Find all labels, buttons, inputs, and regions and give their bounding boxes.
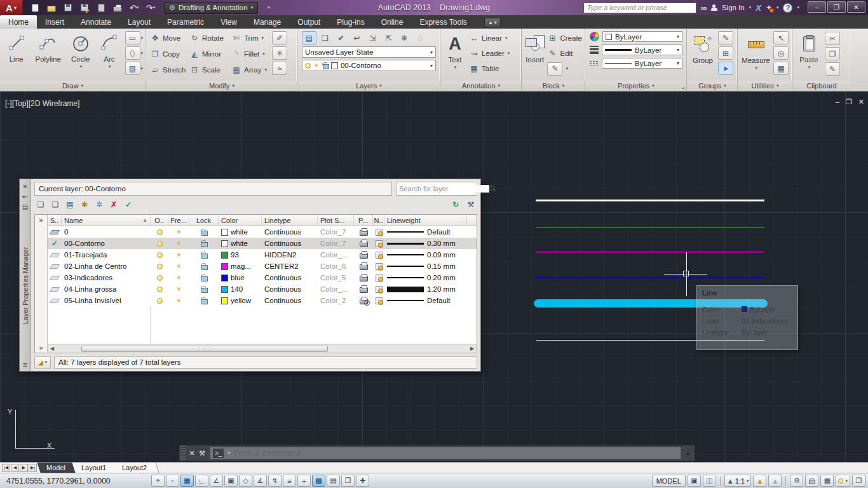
layer-off-button[interactable]: ◌ xyxy=(413,31,428,44)
layer-row-4[interactable]: 03-Indicadores ☀ blue Continuous Color_5… xyxy=(48,272,477,283)
layer-on-icon[interactable] xyxy=(157,241,163,247)
minimize-button[interactable]: – xyxy=(808,1,826,13)
tab-model[interactable]: Model xyxy=(37,463,78,473)
chevron-down-icon[interactable]: ▾ xyxy=(749,5,752,10)
scroll-right-icon[interactable]: ▶ xyxy=(468,346,477,351)
object-snap-toggle[interactable]: ▣ xyxy=(224,475,238,487)
sun-icon[interactable]: ☀ xyxy=(176,274,182,281)
panel-label-utilities[interactable]: Utilities▾ xyxy=(738,81,792,91)
panel-label-properties[interactable]: Properties▾⌟ xyxy=(586,81,686,91)
layer-row-5[interactable]: 04-Linha grossa ☀ 140 Continuous Color_.… xyxy=(48,283,477,295)
panel-label-annotation[interactable]: Annotation▾ xyxy=(441,81,521,91)
array-button[interactable]: ▦Array▾ xyxy=(231,62,268,78)
layer-on-icon[interactable] xyxy=(157,298,163,304)
dialog-launcher-icon[interactable]: ⌟ xyxy=(682,83,684,90)
polar-tracking-toggle[interactable]: ∠ xyxy=(210,475,223,487)
drawing-restore-button[interactable]: ❐ xyxy=(846,98,852,106)
layer-isolate-button[interactable]: ⇲ xyxy=(365,31,380,44)
trim-button[interactable]: ✄Trim▾ xyxy=(231,30,268,46)
table-button[interactable]: ▦Table xyxy=(469,61,510,76)
communication-center-button[interactable]: ✦ xyxy=(766,3,772,12)
linear-dimension-button[interactable]: ↔Linear▾ xyxy=(469,30,510,46)
undo-button[interactable]: ↶▾ xyxy=(128,2,140,13)
save-as-button[interactable] xyxy=(79,2,90,13)
plot-icon[interactable] xyxy=(360,230,368,236)
col-on[interactable]: O.. xyxy=(151,215,168,226)
delete-layer-button[interactable]: ✗ xyxy=(107,199,120,211)
layer-match-button[interactable]: ❏ xyxy=(318,31,332,44)
tab-manage[interactable]: Manage xyxy=(245,15,289,29)
drawing-close-button[interactable]: ✕ xyxy=(858,98,864,106)
close-button[interactable]: ✕ xyxy=(847,1,865,13)
rotate-button[interactable]: ↻Rotate xyxy=(189,30,231,46)
col-lock[interactable]: Lock xyxy=(189,215,219,226)
new-vp-freeze-icon[interactable] xyxy=(376,240,383,247)
layer-row-6[interactable]: 05-Linha Invisível ☀ yellow Continuous C… xyxy=(48,295,477,306)
chevron-down-icon[interactable]: ▾ xyxy=(797,5,799,10)
panel-label-clipboard[interactable]: Clipboard xyxy=(793,81,850,91)
palette-properties-button[interactable]: ▤ xyxy=(22,201,28,212)
redo-button[interactable]: ↷▾ xyxy=(145,2,156,13)
leader-button[interactable]: ↝Leader▾ xyxy=(469,46,510,61)
offset-button[interactable]: ≈ xyxy=(272,62,287,75)
fillet-button[interactable]: ◝Fillet▾ xyxy=(231,46,268,62)
unlock-icon[interactable] xyxy=(201,286,207,293)
edit-attributes-button[interactable]: ✎ xyxy=(547,62,562,76)
panel-label-layers[interactable]: Layers▾ xyxy=(298,81,440,91)
command-prompt-icon[interactable]: >_ xyxy=(213,449,224,458)
prev-tab-button[interactable]: ◀ xyxy=(11,464,19,472)
line-button[interactable]: Line xyxy=(3,30,30,75)
next-tab-button[interactable]: ▶ xyxy=(20,464,28,472)
save-button[interactable] xyxy=(62,2,74,13)
expand-filter-tree-button[interactable]: » xyxy=(39,216,43,224)
open-file-button[interactable] xyxy=(46,2,57,13)
grid-display-toggle[interactable]: ▦ xyxy=(180,475,194,487)
sun-icon[interactable]: ☀ xyxy=(176,229,182,236)
hatch-button[interactable]: ▨ xyxy=(125,62,140,75)
help-button[interactable]: ? xyxy=(783,3,792,13)
tab-parametric[interactable]: Parametric xyxy=(159,15,212,29)
hardware-acceleration-button[interactable]: ▦ xyxy=(820,475,834,487)
linetype-dropdown[interactable]: ByLayer ▾ xyxy=(602,58,682,69)
cut-button[interactable]: ✂ xyxy=(825,32,840,45)
object-snap-tracking-toggle[interactable]: ∡ xyxy=(254,475,267,487)
id-point-button[interactable]: ◎ xyxy=(773,46,789,60)
quick-select-button[interactable]: ↖ xyxy=(773,31,789,44)
set-current-button[interactable]: ✓ xyxy=(122,199,135,211)
polyline-button[interactable]: Polyline xyxy=(32,30,64,75)
tab-home[interactable]: Home xyxy=(0,15,37,29)
col-newvp[interactable]: N.. xyxy=(373,215,384,226)
col-freeze[interactable]: Fre... xyxy=(168,215,189,226)
new-layer-button[interactable]: ✱ xyxy=(78,199,91,211)
isolate-objects-button[interactable]: ▾ xyxy=(836,475,850,487)
blue-line[interactable] xyxy=(536,277,764,278)
sun-icon[interactable]: ☀ xyxy=(176,252,182,259)
layer-row-3[interactable]: 02-Linha de Centro ☀ mag... CENTER2 Colo… xyxy=(48,261,477,272)
layer-states-manager-button[interactable]: ▤ xyxy=(64,199,76,211)
layer-on-icon[interactable] xyxy=(157,264,163,269)
explode-button[interactable]: ✳ xyxy=(272,46,287,60)
tab-layout1[interactable]: Layout1 xyxy=(72,463,118,473)
qat-customize-button[interactable]: ▾ xyxy=(263,2,275,13)
col-status[interactable]: S.. xyxy=(48,215,62,226)
ribbon-minimize-button[interactable]: ▲ ▾ xyxy=(484,18,501,27)
tab-layout[interactable]: Layout xyxy=(119,15,159,29)
refresh-button[interactable]: ↻ xyxy=(449,199,462,211)
arc-button[interactable]: Arc ▾ xyxy=(97,30,121,75)
scroll-left-icon[interactable]: ◀ xyxy=(48,346,57,351)
create-block-button[interactable]: ⊞Create xyxy=(547,30,582,46)
copy-clip-button[interactable]: ❐ xyxy=(825,47,840,60)
model-paper-toggle[interactable]: MODEL xyxy=(652,475,686,487)
plot-icon[interactable] xyxy=(360,253,368,259)
plot-icon[interactable] xyxy=(360,276,368,281)
col-linetype[interactable]: Linetype xyxy=(262,215,318,226)
palette-autohide-button[interactable]: ⇤ xyxy=(22,191,27,201)
unlock-icon[interactable] xyxy=(201,263,207,270)
layer-on-icon[interactable] xyxy=(157,287,163,292)
panel-label-groups[interactable]: Groups▾ xyxy=(688,81,737,91)
show-transparency-toggle[interactable]: ▩ xyxy=(312,475,325,487)
circle-button[interactable]: Circle ▾ xyxy=(66,30,95,75)
expand-filter-bottom-button[interactable]: » xyxy=(39,344,43,351)
layer-on-icon[interactable] xyxy=(157,229,163,235)
search-binoculars-icon[interactable]: ∞ xyxy=(701,3,707,13)
